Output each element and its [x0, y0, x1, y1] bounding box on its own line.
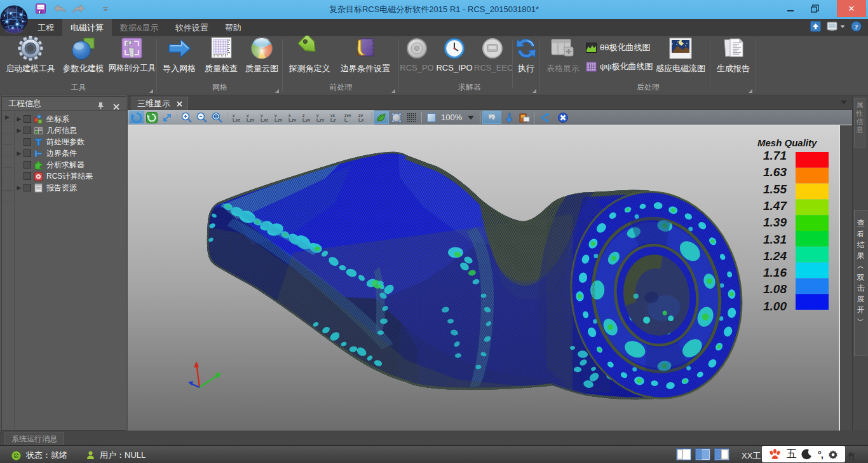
svg-text:x: x [288, 113, 291, 118]
svg-text:zx: zx [320, 118, 325, 122]
svg-text:v: v [247, 113, 249, 118]
svg-text:v: v [261, 113, 263, 118]
svg-text:1.55: 1.55 [763, 183, 787, 196]
svg-text:1.39: 1.39 [763, 216, 787, 229]
svg-text:vx: vx [306, 118, 311, 122]
svg-text:xz: xz [264, 118, 269, 122]
svg-text:zv: zv [292, 118, 297, 122]
svg-text:zx: zx [250, 118, 255, 122]
svg-text:v: v [316, 113, 319, 118]
svg-text:v: v [233, 113, 235, 118]
svg-text:1.08: 1.08 [763, 282, 787, 296]
svg-text:1.31: 1.31 [763, 233, 787, 246]
svg-text:1.63: 1.63 [763, 165, 787, 179]
svg-text:zx: zx [278, 118, 283, 122]
svg-text:1.71: 1.71 [763, 149, 787, 162]
svg-text:xz: xz [236, 118, 241, 122]
svg-text:Mesh Quality: Mesh Quality [757, 137, 817, 148]
svg-text:1.47: 1.47 [763, 199, 787, 212]
svg-text:?: ? [855, 23, 858, 31]
svg-text:zvx: zvx [344, 113, 351, 118]
svg-text:1.00: 1.00 [763, 300, 787, 313]
svg-text:z: z [302, 113, 305, 118]
svg-text:zv: zv [358, 113, 363, 118]
svg-text:1.16: 1.16 [763, 266, 787, 279]
svg-text:v: v [275, 113, 277, 118]
svg-text:vx: vx [330, 113, 336, 118]
svg-text:1.24: 1.24 [763, 249, 787, 263]
